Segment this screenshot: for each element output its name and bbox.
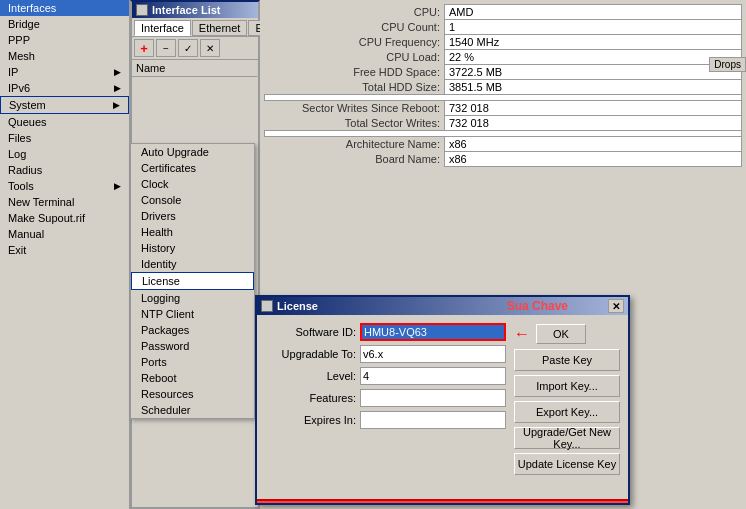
sidebar-item-files[interactable]: Files	[0, 130, 129, 146]
submenu-reboot[interactable]: Reboot	[131, 370, 254, 386]
table-row: CPU: AMD	[265, 5, 742, 20]
label-cpu-load: CPU Load:	[265, 50, 445, 65]
sidebar-arrow-tools: ▶	[114, 181, 121, 191]
update-license-button[interactable]: Update License Key	[514, 453, 620, 475]
input-software-id[interactable]	[360, 323, 506, 341]
label-cpu-count: CPU Count:	[265, 20, 445, 35]
sidebar-arrow-ipv6: ▶	[114, 83, 121, 93]
export-key-button[interactable]: Export Key...	[514, 401, 620, 423]
table-row: CPU Count: 1	[265, 20, 742, 35]
sidebar-item-make-supout[interactable]: Make Supout.rif	[0, 210, 129, 226]
table-row: CPU Frequency: 1540 MHz	[265, 35, 742, 50]
label-software-id: Software ID:	[265, 326, 360, 338]
sidebar-item-mesh[interactable]: Mesh	[0, 48, 129, 64]
submenu-clock[interactable]: Clock	[131, 176, 254, 192]
label-total-sector: Total Sector Writes:	[265, 116, 445, 131]
sidebar-item-log[interactable]: Log	[0, 146, 129, 162]
cancel-button[interactable]: ✕	[200, 39, 220, 57]
license-dialog: License Sua Chave ✕ Software ID: Upgrada…	[255, 295, 630, 505]
submenu-packages[interactable]: Packages	[131, 322, 254, 338]
label-arch: Architecture Name:	[265, 137, 445, 152]
label-sector-reboot: Sector Writes Since Reboot:	[265, 101, 445, 116]
upgrade-key-button[interactable]: Upgrade/Get New Key...	[514, 427, 620, 449]
submenu-license[interactable]: License	[131, 272, 254, 290]
table-row: Free HDD Space: 3722.5 MB	[265, 65, 742, 80]
col-header-name: Name	[132, 60, 258, 77]
submenu-health[interactable]: Health	[131, 224, 254, 240]
table-row: Board Name: x86	[265, 152, 742, 167]
system-submenu: Auto Upgrade Certificates Clock Console …	[130, 143, 255, 419]
input-upgradable[interactable]	[360, 345, 506, 363]
sidebar-item-exit[interactable]: Exit	[0, 242, 129, 258]
submenu-logging[interactable]: Logging	[131, 290, 254, 306]
submenu-drivers[interactable]: Drivers	[131, 208, 254, 224]
label-board: Board Name:	[265, 152, 445, 167]
interface-list-toolbar: + − ✓ ✕	[132, 37, 258, 60]
sidebar-item-new-terminal[interactable]: New Terminal	[0, 194, 129, 210]
value-cpu-load: 22 %	[445, 50, 742, 65]
dialog-title-bar: License Sua Chave ✕	[257, 297, 628, 315]
sidebar-item-tools[interactable]: Tools ▶	[0, 178, 129, 194]
submenu-ports[interactable]: Ports	[131, 354, 254, 370]
input-features[interactable]	[360, 389, 506, 407]
form-row-upgradable: Upgradable To:	[265, 345, 506, 363]
table-row: Total Sector Writes: 732 018	[265, 116, 742, 131]
form-row-level: Level:	[265, 367, 506, 385]
table-row: Total HDD Size: 3851.5 MB	[265, 80, 742, 95]
sidebar-item-queues[interactable]: Queues	[0, 114, 129, 130]
label-upgradable: Upgradable To:	[265, 348, 360, 360]
submenu-history[interactable]: History	[131, 240, 254, 256]
value-board: x86	[445, 152, 742, 167]
add-button[interactable]: +	[134, 39, 154, 57]
value-total-sector: 732 018	[445, 116, 742, 131]
submenu-scheduler[interactable]: Scheduler	[131, 402, 254, 418]
submenu-resources[interactable]: Resources	[131, 386, 254, 402]
ok-row: ← OK	[514, 323, 620, 345]
label-cpu-freq: CPU Frequency:	[265, 35, 445, 50]
remove-button[interactable]: −	[156, 39, 176, 57]
table-row: Architecture Name: x86	[265, 137, 742, 152]
interface-list-title-bar: Interface List	[132, 2, 258, 18]
sidebar-item-radius[interactable]: Radius	[0, 162, 129, 178]
label-expires: Expires In:	[265, 414, 360, 426]
input-expires[interactable]	[360, 411, 506, 429]
value-sector-reboot: 732 018	[445, 101, 742, 116]
check-button[interactable]: ✓	[178, 39, 198, 57]
sidebar-item-ppp[interactable]: PPP	[0, 32, 129, 48]
sidebar-item-manual[interactable]: Manual	[0, 226, 129, 242]
dialog-close-button[interactable]: ✕	[608, 299, 624, 313]
import-key-button[interactable]: Import Key...	[514, 375, 620, 397]
submenu-identity[interactable]: Identity	[131, 256, 254, 272]
submenu-certificates[interactable]: Certificates	[131, 160, 254, 176]
paste-key-button[interactable]: Paste Key	[514, 349, 620, 371]
ok-button[interactable]: OK	[536, 324, 586, 344]
dialog-title-left: License	[261, 300, 318, 312]
value-cpu-freq: 1540 MHz	[445, 35, 742, 50]
dialog-title-label: License	[277, 300, 318, 312]
value-cpu-count: 1	[445, 20, 742, 35]
label-level: Level:	[265, 370, 360, 382]
sidebar-item-ip[interactable]: IP ▶	[0, 64, 129, 80]
dialog-body: Software ID: Upgradable To: Level: Featu…	[257, 315, 628, 483]
window-title-icon	[136, 4, 148, 16]
submenu-ntp-client[interactable]: NTP Client	[131, 306, 254, 322]
sidebar-item-system[interactable]: System ▶	[0, 96, 129, 114]
drops-button[interactable]: Drops	[709, 57, 746, 72]
sidebar-item-bridge[interactable]: Bridge	[0, 16, 129, 32]
sidebar-item-interfaces[interactable]: Interfaces	[0, 0, 129, 16]
value-cpu: AMD	[445, 5, 742, 20]
sua-chave-label: Sua Chave	[507, 299, 568, 313]
dialog-form: Software ID: Upgradable To: Level: Featu…	[265, 323, 506, 475]
submenu-auto-upgrade[interactable]: Auto Upgrade	[131, 144, 254, 160]
dialog-buttons: ← OK Paste Key Import Key... Export Key.…	[514, 323, 620, 475]
table-row: Sector Writes Since Reboot: 732 018	[265, 101, 742, 116]
tab-ethernet[interactable]: Ethernet	[192, 20, 248, 36]
sidebar-item-ipv6[interactable]: IPv6 ▶	[0, 80, 129, 96]
sidebar-arrow-ip: ▶	[114, 67, 121, 77]
input-level[interactable]	[360, 367, 506, 385]
tab-interface[interactable]: Interface	[134, 20, 191, 36]
submenu-password[interactable]: Password	[131, 338, 254, 354]
dialog-border-bottom	[257, 499, 628, 503]
submenu-console[interactable]: Console	[131, 192, 254, 208]
value-total-hdd: 3851.5 MB	[445, 80, 742, 95]
